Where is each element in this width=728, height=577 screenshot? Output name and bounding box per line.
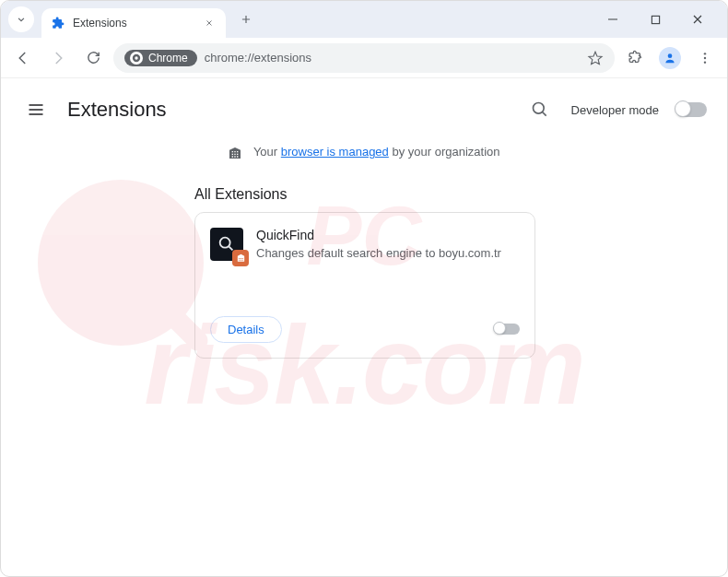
details-button[interactable]: Details (210, 316, 282, 343)
search-extensions-button[interactable] (525, 95, 555, 124)
maximize-icon (651, 15, 661, 25)
chevron-down-icon (15, 13, 28, 26)
more-vertical-icon (698, 51, 712, 65)
building-icon (228, 146, 242, 160)
omnibox-url: chrome://extensions (205, 51, 580, 65)
plus-icon (240, 13, 252, 26)
bookmark-button[interactable] (587, 50, 604, 66)
page-title: Extensions (67, 98, 167, 122)
hamburger-icon (27, 100, 45, 119)
close-tab-button[interactable] (202, 16, 217, 30)
window-minimize-button[interactable] (602, 8, 624, 30)
window-close-button[interactable] (687, 8, 709, 30)
extension-description: Changes default search engine to boyu.co… (256, 246, 501, 260)
chrome-menu-button[interactable] (690, 43, 720, 73)
extensions-menu-button[interactable] (620, 43, 650, 73)
svg-point-6 (704, 61, 706, 63)
section-title: All Extensions (194, 186, 727, 212)
tab-title: Extensions (73, 17, 202, 29)
managed-badge-icon (232, 250, 249, 266)
managed-suffix: by your organization (389, 145, 500, 159)
puzzle-piece-icon (628, 50, 643, 65)
new-tab-button[interactable] (233, 6, 259, 32)
puzzle-piece-icon (51, 16, 65, 30)
nav-back-button[interactable] (8, 43, 38, 73)
arrow-left-icon (15, 50, 31, 66)
minimize-icon (607, 14, 618, 25)
profile-button[interactable] (655, 43, 685, 73)
nav-forward-button[interactable] (43, 43, 73, 73)
managed-link[interactable]: browser is managed (281, 145, 389, 159)
extension-name: QuickFind (256, 228, 501, 242)
reload-icon (86, 50, 101, 65)
search-icon (531, 100, 549, 119)
extension-icon (210, 228, 243, 261)
managed-notice: Your browser is managed by your organiza… (1, 132, 727, 186)
arrow-right-icon (50, 50, 66, 66)
svg-point-8 (220, 237, 230, 247)
omnibox[interactable]: Chrome chrome://extensions (113, 43, 615, 73)
svg-rect-0 (652, 16, 659, 23)
svg-point-2 (135, 56, 137, 59)
chrome-icon (130, 52, 143, 65)
window-maximize-button[interactable] (644, 8, 666, 30)
extension-toggle[interactable] (494, 324, 520, 335)
svg-point-5 (704, 56, 706, 58)
site-chip: Chrome (124, 50, 197, 66)
developer-mode-label: Developer mode (571, 103, 659, 117)
close-icon (692, 14, 703, 25)
main-menu-button[interactable] (21, 95, 51, 124)
avatar-icon (659, 47, 681, 69)
tab-search-button[interactable] (8, 6, 34, 32)
browser-tab[interactable]: Extensions (41, 8, 226, 38)
nav-reload-button[interactable] (78, 43, 108, 73)
developer-mode-toggle[interactable] (675, 102, 707, 117)
svg-point-3 (668, 53, 673, 58)
extension-card: QuickFind Changes default search engine … (194, 212, 535, 359)
star-icon (587, 50, 604, 66)
svg-point-4 (704, 53, 706, 54)
close-icon (205, 18, 214, 28)
svg-point-7 (533, 103, 544, 114)
site-chip-label: Chrome (148, 52, 188, 65)
managed-prefix: Your (253, 145, 281, 159)
